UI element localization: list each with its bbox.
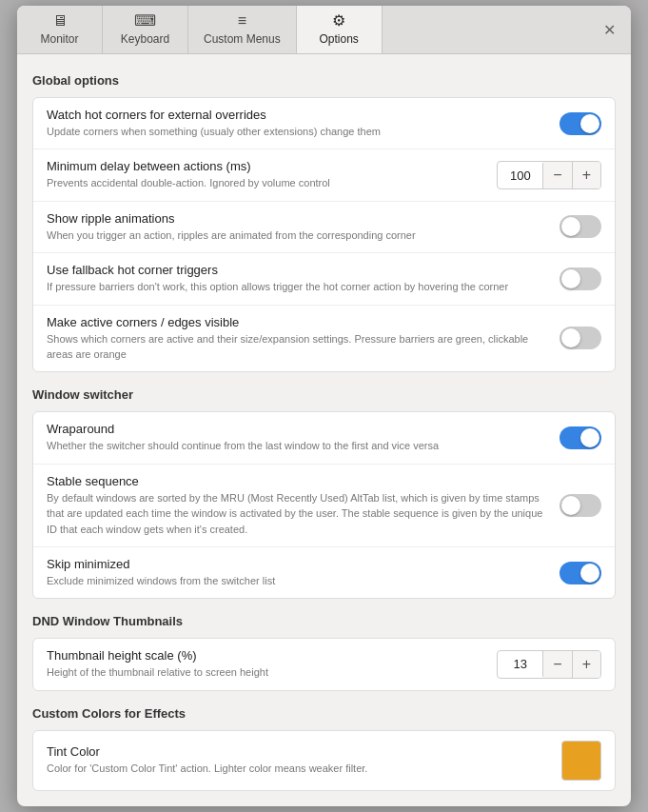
skip-minimized-desc: Exclude minimized windows from the switc… (47, 575, 275, 586)
fallback-triggers-desc: If pressure barriers don't work, this op… (47, 281, 508, 292)
monitor-icon: 🖥 (52, 13, 68, 29)
titlebar: 🖥 Monitor ⌨ Keyboard ≡ Custom Menus ⚙ Op… (17, 6, 631, 54)
min-delay-value: 100 (498, 163, 543, 188)
section-dnd-title: DND Window Thumbnails (32, 614, 616, 628)
visible-corners-text: Make active corners / edges visible Show… (47, 315, 548, 363)
stable-sequence-track[interactable] (560, 494, 601, 517)
tab-options[interactable]: ⚙ Options (297, 6, 383, 53)
wraparound-row: Wraparound Whether the switcher should c… (33, 412, 615, 464)
visible-corners-thumb (561, 328, 580, 347)
wraparound-desc: Whether the switcher should continue fro… (47, 440, 439, 451)
stable-sequence-text: Stable sequence By default windows are s… (47, 474, 548, 537)
skip-minimized-text: Skip minimized Exclude minimized windows… (47, 557, 548, 588)
show-ripple-text: Show ripple animations When you trigger … (47, 211, 548, 243)
tint-color-row: Tint Color Color for 'Custom Color Tint'… (33, 731, 615, 790)
skip-minimized-row: Skip minimized Exclude minimized windows… (33, 547, 615, 598)
watch-hot-corners-label: Watch hot corners for external overrides (47, 108, 548, 122)
tint-color-label: Tint Color (47, 744, 550, 759)
show-ripple-thumb (561, 217, 580, 236)
show-ripple-toggle[interactable] (560, 215, 601, 238)
tint-color-text: Tint Color Color for 'Custom Color Tint'… (47, 744, 550, 776)
stable-sequence-thumb (561, 496, 580, 515)
skip-minimized-track[interactable] (560, 562, 601, 584)
wraparound-thumb (580, 428, 599, 447)
stable-sequence-toggle[interactable] (560, 494, 601, 517)
fallback-triggers-track[interactable] (560, 267, 601, 290)
tint-color-desc: Color for 'Custom Color Tint' action. Li… (47, 762, 367, 774)
tab-keyboard-label: Keyboard (121, 32, 169, 46)
tint-color-swatch[interactable] (561, 741, 601, 781)
tab-custom-menus[interactable]: ≡ Custom Menus (188, 6, 297, 53)
skip-minimized-toggle[interactable] (560, 562, 601, 584)
fallback-triggers-text: Use fallback hot corner triggers If pres… (47, 263, 548, 294)
min-delay-label: Minimum delay between actions (ms) (47, 159, 485, 173)
skip-minimized-thumb (580, 564, 599, 583)
app-window: 🖥 Monitor ⌨ Keyboard ≡ Custom Menus ⚙ Op… (17, 6, 631, 806)
fallback-triggers-toggle[interactable] (560, 267, 601, 290)
custom-colors-card: Tint Color Color for 'Custom Color Tint'… (32, 730, 616, 791)
custom-menus-icon: ≡ (238, 13, 246, 29)
watch-hot-corners-toggle[interactable] (560, 112, 601, 135)
thumbnail-height-row: Thumbnail height scale (%) Height of the… (33, 639, 615, 689)
visible-corners-row: Make active corners / edges visible Show… (33, 306, 615, 372)
stable-sequence-row: Stable sequence By default windows are s… (33, 465, 615, 547)
tab-monitor-label: Monitor (40, 32, 78, 46)
fallback-triggers-thumb (561, 269, 580, 288)
watch-hot-corners-track[interactable] (560, 112, 601, 135)
section-custom-colors-title: Custom Colors for Effects (32, 706, 616, 721)
thumbnail-height-desc: Height of the thumbnail relative to scre… (47, 666, 268, 678)
close-button[interactable]: ✕ (598, 17, 621, 43)
wraparound-track[interactable] (560, 426, 601, 449)
thumbnail-height-value: 13 (498, 651, 543, 677)
visible-corners-track[interactable] (560, 327, 601, 349)
wraparound-label: Wraparound (47, 422, 548, 436)
wraparound-toggle[interactable] (560, 426, 601, 449)
fallback-triggers-label: Use fallback hot corner triggers (47, 263, 548, 277)
show-ripple-track[interactable] (560, 215, 601, 238)
tab-custom-menus-label: Custom Menus (204, 32, 281, 46)
min-delay-row: Minimum delay between actions (ms) Preve… (33, 149, 615, 201)
show-ripple-desc: When you trigger an action, ripples are … (47, 229, 416, 241)
min-delay-stepper: 100 − + (497, 161, 601, 189)
stable-sequence-desc: By default windows are sorted by the MRU… (47, 492, 542, 535)
min-delay-desc: Prevents accidental double-action. Ignor… (47, 177, 330, 188)
thumbnail-height-decrement[interactable]: − (543, 651, 571, 678)
watch-hot-corners-thumb (580, 114, 599, 133)
tab-options-label: Options (320, 32, 359, 46)
watch-hot-corners-row: Watch hot corners for external overrides… (33, 98, 615, 149)
thumbnail-height-text: Thumbnail height scale (%) Height of the… (47, 648, 485, 680)
global-options-card: Watch hot corners for external overrides… (32, 97, 616, 372)
section-window-switcher-title: Window switcher (32, 387, 616, 402)
thumbnail-height-increment[interactable]: + (572, 651, 600, 678)
thumbnail-height-label: Thumbnail height scale (%) (47, 648, 485, 663)
section-global-title: Global options (32, 73, 616, 88)
min-delay-increment[interactable]: + (572, 162, 600, 188)
visible-corners-desc: Shows which corners are active and their… (47, 333, 528, 360)
visible-corners-toggle[interactable] (560, 327, 601, 349)
show-ripple-label: Show ripple animations (47, 211, 548, 226)
keyboard-icon: ⌨ (134, 13, 156, 29)
watch-hot-corners-desc: Update corners when something (usualy ot… (47, 126, 381, 137)
skip-minimized-label: Skip minimized (47, 557, 548, 571)
tab-monitor[interactable]: 🖥 Monitor (17, 6, 103, 53)
stable-sequence-label: Stable sequence (47, 474, 548, 488)
show-ripple-row: Show ripple animations When you trigger … (33, 202, 615, 253)
watch-hot-corners-text: Watch hot corners for external overrides… (47, 108, 548, 139)
thumbnail-height-stepper: 13 − + (497, 650, 601, 679)
visible-corners-label: Make active corners / edges visible (47, 315, 548, 329)
fallback-triggers-row: Use fallback hot corner triggers If pres… (33, 253, 615, 305)
wraparound-text: Wraparound Whether the switcher should c… (47, 422, 548, 453)
min-delay-decrement[interactable]: − (543, 162, 571, 188)
dnd-card: Thumbnail height scale (%) Height of the… (32, 638, 616, 690)
window-switcher-card: Wraparound Whether the switcher should c… (32, 411, 616, 599)
tab-keyboard[interactable]: ⌨ Keyboard (103, 6, 188, 53)
options-icon: ⚙ (332, 13, 345, 29)
min-delay-text: Minimum delay between actions (ms) Preve… (47, 159, 485, 190)
content-area: Global options Watch hot corners for ext… (17, 54, 631, 806)
